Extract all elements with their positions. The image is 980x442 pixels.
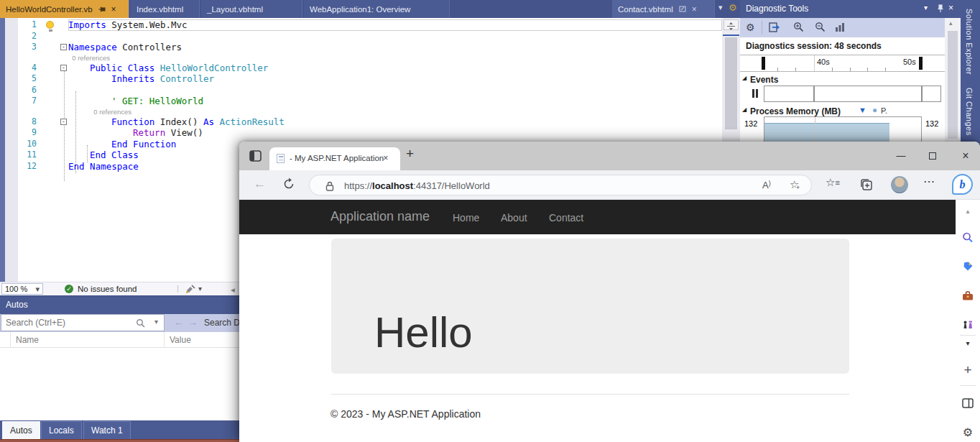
settings-menu-dots-icon[interactable]: ⋯ [923,175,935,188]
code-line[interactable]: 6 [0,85,722,96]
code-line[interactable]: 1Imports System.Web.Mvc [0,19,722,31]
chevron-down-icon[interactable]: ▾ [198,285,202,293]
issues-status[interactable]: No issues found [78,285,137,293]
window-close-icon[interactable]: × [955,146,976,166]
codelens-references: 0 references [68,53,722,63]
tab-helloworldcontroller[interactable]: HelloWorldController.vb × [0,0,129,18]
code-cleanup-broom-icon[interactable] [185,285,195,294]
tab-contact-vbhtml[interactable]: Contact.vbhtml × [612,0,715,18]
line-number: 6 [0,85,42,96]
code-line[interactable]: 7' GET: HelloWorld [0,96,722,107]
zoom-out-icon[interactable] [815,22,826,32]
tab-solution-explorer[interactable]: Solution Explorer [965,9,974,75]
tab-watch1[interactable]: Watch 1 [83,421,131,439]
back-arrow-icon[interactable]: ← [254,177,266,191]
tab-actions-icon[interactable] [249,150,262,162]
tab-close-icon[interactable]: × [383,152,389,163]
hscroll-left-arrow-icon[interactable]: ◂ [231,285,235,295]
events-section-label[interactable]: Events [750,75,778,85]
add-favorite-star-icon[interactable]: ☆+ [790,178,799,191]
browser-tab[interactable]: - My ASP.NET Application × [269,147,400,170]
scrollbar-thumb[interactable] [948,31,958,139]
codelens-row[interactable]: 0 references [0,107,722,116]
nav-link-home[interactable]: Home [453,212,479,224]
collections-icon[interactable] [860,178,873,191]
lock-icon[interactable] [325,181,334,191]
sidebar-shopping-icon[interactable] [958,261,977,272]
fold-collapse-icon[interactable]: - [60,119,67,125]
code-line[interactable]: 3-Namespace Controllers [0,42,722,53]
column-divider[interactable] [164,332,165,348]
tab-webapplication-overview[interactable]: WebApplication1: Overview [304,0,450,18]
sidebar-collapse-up-icon[interactable]: ▴ [958,207,977,215]
lightbulb-icon[interactable] [46,21,54,29]
pin-icon[interactable] [937,4,944,13]
gear-icon[interactable]: ⚙ [746,22,755,33]
export-timeline-icon[interactable] [769,22,780,32]
collapse-triangle-icon[interactable]: ◢ [742,75,746,81]
read-aloud-icon[interactable]: A) [762,180,771,190]
codelens-row[interactable]: 0 references [0,53,722,63]
nav-link-contact[interactable]: Contact [549,212,583,224]
memory-section-label[interactable]: Process Memory (MB) [750,106,841,116]
diagnostic-scrollbar[interactable]: ▴ [945,18,961,144]
tab-layout-vbhtml[interactable]: _Layout.vbhtml [201,0,302,18]
zoom-level-dropdown[interactable]: 100 %▾ [1,283,43,295]
zoom-in-icon[interactable] [793,22,804,32]
nav-link-about[interactable]: About [501,212,527,224]
maximize-button[interactable] [922,146,943,166]
document-well-dropdown-icon[interactable]: ▾ [718,3,723,12]
sidebar-toggle-icon[interactable] [958,398,977,408]
column-value[interactable]: Value [170,335,191,345]
diagnostic-tools-titlebar[interactable]: Diagnostic Tools ▾ × [740,0,961,18]
chevron-down-icon[interactable]: ▾ [154,318,158,326]
close-icon[interactable]: × [111,4,116,14]
code-line[interactable]: 2 [0,31,722,42]
pin-icon[interactable] [98,6,106,13]
new-tab-icon[interactable]: + [406,146,414,162]
keep-open-icon[interactable] [679,6,686,12]
pause-icon[interactable] [752,89,754,98]
window-dropdown-icon[interactable]: ▾ [924,4,928,11]
panel-title: Diagnostic Tools [746,4,808,14]
timeline-ruler[interactable]: 40s 50s [740,55,945,72]
sidebar-settings-gear-icon[interactable]: ⚙ [958,425,977,439]
code-line[interactable]: 4-Public Class HelloWorldController [0,63,722,74]
tab-index-vbhtml[interactable]: Index.vbhtml [131,0,200,18]
code-line[interactable]: 5Inherits Controller [0,73,722,85]
tab-autos[interactable]: Autos [2,421,40,439]
sidebar-collapse-down-icon[interactable]: ▾ [958,339,977,347]
tab-git-changes[interactable]: Git Changes [965,88,974,136]
close-icon[interactable]: × [948,3,953,13]
code-line[interactable]: 8-Function Index() As ActionResult [0,116,722,128]
gear-icon[interactable]: ⚙ [729,2,737,13]
tab-locals[interactable]: Locals [41,421,82,439]
sidebar-add-icon[interactable]: + [958,362,977,378]
search-icon[interactable] [136,318,145,328]
scrollbar-thumb[interactable] [725,37,737,129]
pause-icon[interactable] [756,89,758,98]
search-input[interactable]: Search (Ctrl+E) ▾ [1,314,165,331]
minimize-button[interactable]: — [890,146,912,166]
fold-collapse-icon[interactable]: - [60,65,67,71]
close-icon[interactable]: × [692,4,697,14]
sidebar-games-icon[interactable] [958,320,977,329]
scroll-up-icon[interactable]: ▴ [949,19,953,27]
forward-arrow-icon[interactable]: → [188,317,198,328]
favorites-list-icon[interactable]: ☆≡ [826,176,840,189]
bing-copilot-icon[interactable]: b [952,174,973,195]
address-bar[interactable]: https://localhost:44317/HelloWorld A) ☆+ [309,175,812,195]
chart-options-icon[interactable] [835,22,845,32]
sidebar-tools-icon[interactable] [958,290,977,301]
profile-avatar[interactable] [891,176,908,193]
column-name[interactable]: Name [16,335,39,345]
sidebar-search-icon[interactable] [958,231,977,244]
collapse-triangle-icon[interactable]: ◢ [742,106,746,113]
navbar-brand[interactable]: Application name [330,209,430,224]
code-line[interactable]: 9Return View() [0,127,722,139]
editor-splitter-handle[interactable] [724,19,739,30]
url-text[interactable]: https://localhost:44317/HelloWorld [344,180,490,191]
fold-collapse-icon[interactable]: - [60,44,67,50]
back-arrow-icon[interactable]: ← [174,317,183,328]
refresh-icon[interactable] [282,178,295,190]
